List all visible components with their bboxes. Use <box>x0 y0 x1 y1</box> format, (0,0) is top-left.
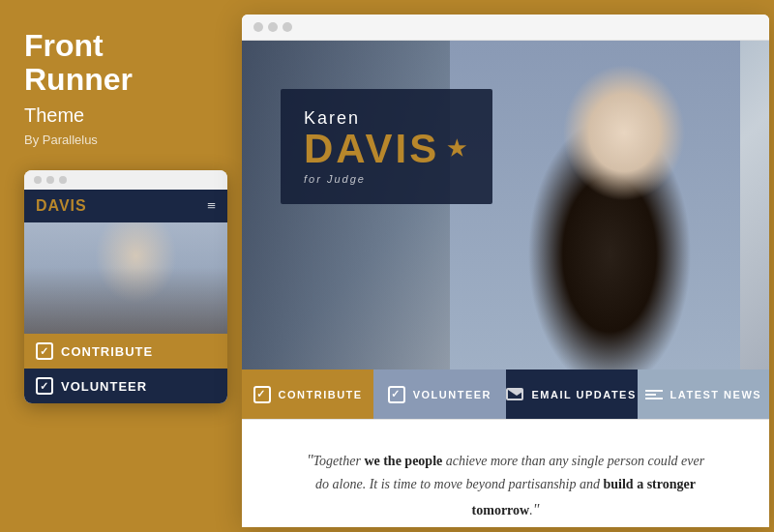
mobile-nav: DAVIS ≡ <box>24 190 227 222</box>
candidate-badge: Karen DAVIS ★ for Judge <box>281 89 492 204</box>
candidate-last-name: DAVIS ★ <box>304 129 469 169</box>
browser-dot-1 <box>253 22 263 32</box>
tab-contribute[interactable]: ✓ CONTRIBUTE <box>242 369 373 419</box>
theme-by: By Parallelus <box>24 133 218 147</box>
mobile-dot-3 <box>59 176 67 184</box>
candidate-title: for Judge <box>304 173 469 185</box>
quote-section: "Together we the people achieve more tha… <box>242 420 769 527</box>
hamburger-icon: ≡ <box>207 197 216 215</box>
mobile-mockup: DAVIS ≡ ✓ CONTRIBUTE ✓ VOLUNTEER <box>24 170 227 403</box>
hero-person-figure <box>450 41 740 369</box>
theme-subtitle: Theme <box>24 104 218 127</box>
tab-volunteer[interactable]: ✓ VOLUNTEER <box>373 369 505 419</box>
quote-close-mark: " <box>533 501 540 517</box>
candidate-star-icon: ★ <box>447 138 469 160</box>
mobile-contribute-button[interactable]: ✓ CONTRIBUTE <box>24 334 227 369</box>
tab-email-updates[interactable]: EMAIL UPDATES <box>506 369 638 419</box>
hero-person-image <box>450 41 740 369</box>
mobile-nav-logo: DAVIS <box>36 197 87 215</box>
news-icon <box>645 390 663 399</box>
tab-email-label: EMAIL UPDATES <box>531 389 636 400</box>
tab-news-label: LATEST NEWS <box>670 389 762 400</box>
tab-latest-news[interactable]: LATEST NEWS <box>638 369 769 419</box>
mobile-browser-bar <box>24 170 227 190</box>
browser-dot-3 <box>283 22 292 32</box>
mobile-volunteer-button[interactable]: ✓ VOLUNTEER <box>24 369 227 403</box>
mobile-hero-overlay <box>24 267 227 334</box>
tab-contribute-icon: ✓ <box>253 386 271 403</box>
tab-volunteer-icon: ✓ <box>388 386 405 403</box>
left-panel: FrontRunner Theme By Parallelus DAVIS ≡ … <box>0 0 242 532</box>
candidate-davis-text: DAVIS <box>304 129 439 169</box>
mobile-volunteer-label: VOLUNTEER <box>61 379 147 394</box>
tab-volunteer-label: VOLUNTEER <box>413 389 491 400</box>
main-browser-window: Karen DAVIS ★ for Judge ✓ CONTRIBUTE ✓ V… <box>242 15 769 527</box>
quote-text: "Together we the people achieve more tha… <box>300 447 711 522</box>
theme-title-text: FrontRunner <box>24 29 218 97</box>
hero-section: Karen DAVIS ★ for Judge <box>242 41 769 369</box>
mobile-contribute-label: CONTRIBUTE <box>61 344 153 359</box>
nav-tabs: ✓ CONTRIBUTE ✓ VOLUNTEER EMAIL UPDATES L… <box>242 369 769 420</box>
quote-open-mark: " <box>307 452 313 468</box>
envelope-icon <box>506 388 523 400</box>
mobile-hero <box>24 222 227 334</box>
mobile-dot-2 <box>46 176 54 184</box>
mobile-dot-1 <box>34 176 42 184</box>
browser-dot-2 <box>268 22 278 32</box>
browser-bar <box>242 15 769 41</box>
tab-contribute-label: CONTRIBUTE <box>279 389 363 400</box>
theme-title: FrontRunner Theme By Parallelus <box>24 29 218 170</box>
volunteer-check-icon: ✓ <box>36 377 53 395</box>
contribute-check-icon: ✓ <box>36 342 53 360</box>
quote-bold-2: build a stronger tomorrow <box>472 477 696 517</box>
quote-bold-1: we the people <box>364 454 442 468</box>
